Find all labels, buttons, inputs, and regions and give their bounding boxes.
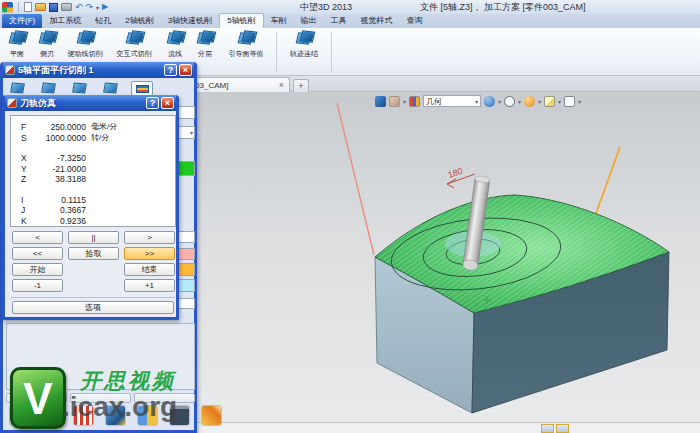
ribbon-item-side-edge[interactable]: 侧刃 bbox=[32, 31, 62, 59]
dropdown-caret-icon[interactable]: ▾ bbox=[578, 98, 581, 105]
edit-parameters-icon[interactable] bbox=[41, 405, 62, 426]
undo-icon[interactable]: ↶ bbox=[75, 2, 83, 12]
save-toolpath-icon[interactable] bbox=[169, 405, 190, 426]
step-back-button[interactable]: < bbox=[12, 231, 63, 244]
compute-icon[interactable] bbox=[105, 405, 126, 426]
tab-drilling[interactable]: 钻孔 bbox=[88, 14, 118, 28]
play-icon[interactable]: ▶ bbox=[102, 2, 108, 12]
minus-one-button[interactable]: -1 bbox=[12, 279, 63, 292]
options-button[interactable]: 选项 bbox=[12, 301, 174, 314]
dropdown-caret-icon[interactable]: ▾ bbox=[498, 98, 501, 105]
plane-cut-icon bbox=[8, 31, 27, 47]
open-file-icon[interactable] bbox=[35, 3, 46, 11]
grab-button[interactable]: 拾取 bbox=[68, 247, 119, 260]
ribbon-item-layering[interactable]: 分层 bbox=[190, 31, 220, 59]
close-button[interactable]: × bbox=[179, 64, 192, 76]
angle-annotation-label: 180 bbox=[447, 166, 464, 180]
ribbon-item-guide-surface[interactable]: 引导面等值 bbox=[220, 31, 272, 59]
blank-erase-icon[interactable] bbox=[389, 96, 400, 107]
tool-settings-icon[interactable] bbox=[38, 81, 60, 96]
ribbon-separator bbox=[331, 32, 332, 72]
save-icon[interactable] bbox=[49, 3, 58, 12]
simulation-page-icon[interactable] bbox=[131, 81, 153, 96]
tab-5axis-milling[interactable]: 5轴铣削 bbox=[219, 13, 263, 28]
close-button[interactable]: × bbox=[161, 97, 174, 109]
ribbon-item-drive-curve-cut[interactable]: 驱动线切削 bbox=[62, 31, 108, 59]
3d-viewport[interactable]: ▾ 几何 ▾ ▾ ▾ ▾ ▾ ▾ bbox=[196, 92, 700, 422]
main-parameters-icon[interactable] bbox=[7, 81, 29, 96]
filter-icon[interactable] bbox=[409, 96, 420, 107]
start-button[interactable]: 开始 bbox=[12, 263, 63, 276]
tab-2axis-milling[interactable]: 2轴铣削 bbox=[118, 14, 160, 28]
tab-file[interactable]: 文件(F) bbox=[2, 14, 42, 28]
render-mode-icon[interactable] bbox=[524, 96, 535, 107]
dimension-icon[interactable] bbox=[375, 96, 386, 107]
side-edge-cut-icon bbox=[38, 31, 57, 47]
simulation-dialog: 刀轨仿真 ? × F 250.0000 毫米/分 S 1000.0000 转/分… bbox=[2, 95, 179, 320]
hint-bulb-icon[interactable] bbox=[9, 405, 30, 426]
operation-dialog-toolbar bbox=[7, 81, 153, 96]
print-icon[interactable] bbox=[61, 3, 72, 11]
plus-one-button[interactable]: +1 bbox=[124, 279, 175, 292]
tab-3axis-quick-milling[interactable]: 3轴快速铣削 bbox=[161, 14, 219, 28]
help-button[interactable]: ? bbox=[146, 97, 159, 109]
fast-forward-button[interactable]: >> bbox=[124, 247, 175, 260]
app-window: ↶ ↷ ▾ ▶ 中望3D 2013 文件 [5轴.Z3]， 加工方案 [零件00… bbox=[0, 0, 700, 433]
dropdown-caret-icon[interactable]: ▾ bbox=[538, 98, 541, 105]
help-button[interactable]: ? bbox=[164, 64, 177, 76]
red-guide-line bbox=[337, 103, 374, 255]
tab-visual-style[interactable]: 视觉样式 bbox=[354, 14, 400, 28]
step-forward-button[interactable]: > bbox=[124, 231, 175, 244]
end-button[interactable]: 结束 bbox=[124, 263, 175, 276]
background-icon[interactable] bbox=[544, 96, 555, 107]
simulation-controls: < || > << 拾取 >> 开始 结束 -1 +1 bbox=[12, 231, 175, 292]
entity-filter-combo[interactable]: 几何 ▾ bbox=[423, 95, 481, 107]
dropdown-caret-icon[interactable]: ▾ bbox=[403, 98, 406, 105]
undo-operation-icon[interactable] bbox=[201, 405, 222, 426]
pause-button[interactable]: || bbox=[68, 231, 119, 244]
ribbon-item-plane[interactable]: 平面 bbox=[2, 31, 32, 59]
guide-surface-cut-icon bbox=[237, 31, 256, 47]
ribbon-item-toolpath-link[interactable]: 轨迹连结 bbox=[281, 31, 327, 59]
toolpath-icon[interactable] bbox=[73, 405, 94, 426]
link-retract-icon[interactable] bbox=[100, 81, 122, 96]
new-tab-button[interactable]: + bbox=[293, 79, 309, 92]
status-bar bbox=[196, 422, 700, 433]
qat-dropdown-icon[interactable]: ▾ bbox=[96, 4, 99, 11]
view-layout-icon[interactable] bbox=[564, 96, 575, 107]
empty-cell bbox=[68, 279, 119, 292]
bottom-tab-strip[interactable] bbox=[6, 393, 67, 403]
shade-mode-icon[interactable] bbox=[484, 96, 495, 107]
stock-block bbox=[375, 195, 669, 413]
new-file-icon[interactable] bbox=[24, 2, 32, 12]
operation-list-panel[interactable] bbox=[6, 323, 195, 390]
entity-filter-value: 几何 bbox=[426, 96, 442, 107]
operation-dialog-titlebar[interactable]: 5轴平面平行切削 1 ? × bbox=[3, 62, 194, 78]
ribbon-item-interactive-cut[interactable]: 交互式切削 bbox=[108, 31, 160, 59]
ribbon-item-flowline[interactable]: 流线 bbox=[160, 31, 190, 59]
viewport-toolbar: ▾ 几何 ▾ ▾ ▾ ▾ ▾ ▾ bbox=[375, 94, 581, 108]
redo-icon[interactable]: ↷ bbox=[86, 2, 94, 12]
bottom-tab-strip[interactable] bbox=[70, 393, 131, 403]
tab-close-icon[interactable]: × bbox=[279, 80, 284, 90]
machine-setup-icon[interactable] bbox=[137, 405, 158, 426]
section-view-icon[interactable] bbox=[504, 96, 515, 107]
3d-scene[interactable]: 180 bbox=[197, 92, 700, 422]
simulation-dialog-titlebar[interactable]: 刀轨仿真 ? × bbox=[5, 95, 176, 111]
bottom-tab-strip[interactable] bbox=[134, 393, 195, 403]
tab-turning[interactable]: 车削 bbox=[264, 14, 294, 28]
limit-parameters-icon[interactable] bbox=[69, 81, 91, 96]
tab-machining-system[interactable]: 加工系统 bbox=[42, 14, 88, 28]
dialog-bottom-toolbar bbox=[9, 405, 222, 426]
dialog-icon bbox=[7, 98, 17, 108]
rewind-button[interactable]: << bbox=[12, 247, 63, 260]
status-window-icon[interactable] bbox=[541, 424, 554, 433]
tab-query[interactable]: 查询 bbox=[400, 14, 430, 28]
status-keyboard-icon[interactable] bbox=[556, 424, 569, 433]
dropdown-caret-icon[interactable]: ▾ bbox=[558, 98, 561, 105]
separator bbox=[18, 2, 19, 12]
dropdown-caret-icon[interactable]: ▾ bbox=[518, 98, 521, 105]
tab-tools[interactable]: 工具 bbox=[324, 14, 354, 28]
tab-output[interactable]: 输出 bbox=[294, 14, 324, 28]
readout-row-speed: S 1000.0000 转/分 bbox=[21, 133, 175, 144]
